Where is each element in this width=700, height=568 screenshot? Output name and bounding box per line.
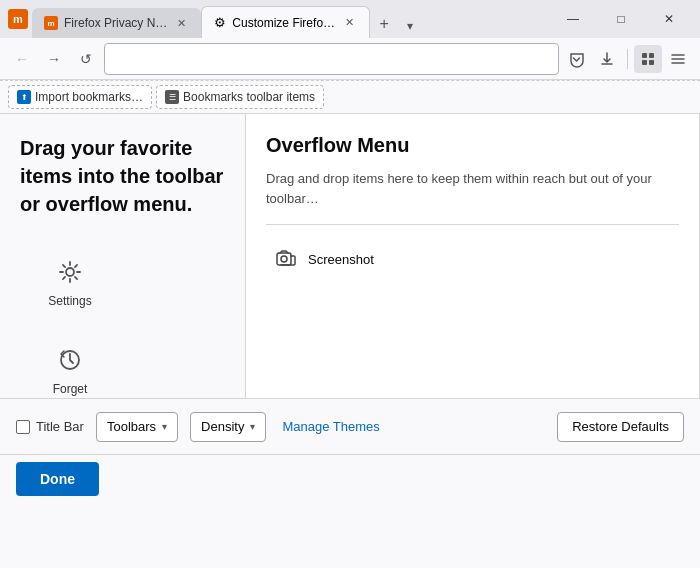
bookmark-import-icon: ⬆ [17, 90, 31, 104]
settings-toolbar-item[interactable]: Settings [30, 248, 110, 316]
bookmark-toolbar-icon: ☰ [165, 90, 179, 104]
bookmark-toolbar-label: Bookmarks toolbar items [183, 90, 315, 104]
toolbars-dropdown[interactable]: Toolbars ▾ [96, 412, 178, 442]
svg-rect-1 [649, 53, 654, 58]
bookmark-toolbar-items[interactable]: ☰ Bookmarks toolbar items [156, 85, 324, 109]
done-bar: Done [0, 454, 700, 502]
svg-point-10 [281, 256, 287, 262]
browser-tab-1[interactable]: m Firefox Privacy N… ✕ [32, 8, 201, 38]
back-button[interactable]: ← [8, 45, 36, 73]
overflow-menu-panel: Overflow Menu Drag and drop items here t… [245, 114, 700, 398]
done-button[interactable]: Done [16, 462, 99, 496]
tab-label-2: Customize Firefo… [232, 16, 335, 30]
title-bar: m m Firefox Privacy N… ✕ ⚙ Customize Fir… [0, 0, 700, 38]
bookmark-import-label: Import bookmarks… [35, 90, 143, 104]
address-bar[interactable] [104, 43, 559, 75]
svg-rect-0 [642, 53, 647, 58]
extensions-button[interactable] [634, 45, 662, 73]
tab-favicon-1: m [44, 16, 58, 30]
tab-favicon-2: ⚙ [214, 15, 226, 30]
density-dropdown[interactable]: Density ▾ [190, 412, 266, 442]
restore-defaults-button[interactable]: Restore Defaults [557, 412, 684, 442]
tab-label-1: Firefox Privacy N… [64, 16, 167, 30]
nav-right-controls [563, 45, 692, 73]
settings-label: Settings [48, 294, 91, 308]
menu-button[interactable] [664, 45, 692, 73]
overflow-menu-description: Drag and drop items here to keep them wi… [266, 169, 679, 208]
overflow-menu-title: Overflow Menu [266, 134, 679, 157]
browser-tab-2[interactable]: ⚙ Customize Firefo… ✕ [201, 6, 370, 38]
new-tab-button[interactable]: + [370, 10, 398, 38]
forget-icon [54, 344, 86, 376]
toolbars-dropdown-arrow: ▾ [162, 421, 167, 432]
minimize-button[interactable]: — [550, 3, 596, 35]
browser-icon: m [8, 9, 28, 29]
screenshot-icon [274, 247, 298, 271]
drag-instructions: Drag your favorite items into the toolba… [20, 134, 225, 218]
density-label: Density [201, 419, 244, 434]
reload-button[interactable]: ↺ [72, 45, 100, 73]
downloads-icon[interactable] [593, 45, 621, 73]
title-bar-checkbox[interactable] [16, 420, 30, 434]
left-panel: Drag your favorite items into the toolba… [0, 114, 245, 398]
bottom-options-bar: Title Bar Toolbars ▾ Density ▾ Manage Th… [0, 398, 700, 454]
tab-close-2[interactable]: ✕ [341, 15, 357, 31]
pocket-icon[interactable] [563, 45, 591, 73]
screenshot-label: Screenshot [308, 252, 374, 267]
overflow-divider [266, 224, 679, 225]
svg-point-7 [66, 268, 74, 276]
tab-close-1[interactable]: ✕ [173, 15, 189, 31]
bookmark-import[interactable]: ⬆ Import bookmarks… [8, 85, 152, 109]
maximize-button[interactable]: □ [598, 3, 644, 35]
forget-toolbar-item[interactable]: Forget [30, 336, 110, 404]
svg-rect-9 [277, 253, 291, 265]
bookmarks-bar: ⬆ Import bookmarks… ☰ Bookmarks toolbar … [0, 80, 700, 114]
window-controls: — □ ✕ [550, 3, 692, 35]
tab-list-dropdown[interactable]: ▾ [398, 14, 422, 38]
svg-rect-3 [649, 60, 654, 65]
forget-label: Forget [53, 382, 88, 396]
nav-separator [627, 49, 628, 69]
density-dropdown-arrow: ▾ [250, 421, 255, 432]
manage-themes-button[interactable]: Manage Themes [278, 419, 383, 434]
overflow-screenshot-item[interactable]: Screenshot [266, 241, 679, 277]
forward-button[interactable]: → [40, 45, 68, 73]
page-content: Drag your favorite items into the toolba… [0, 114, 700, 398]
navigation-bar: ← → ↺ [0, 38, 700, 80]
title-bar-checkbox-group: Title Bar [16, 419, 84, 434]
title-bar-label: Title Bar [36, 419, 84, 434]
svg-rect-2 [642, 60, 647, 65]
settings-icon [54, 256, 86, 288]
toolbars-label: Toolbars [107, 419, 156, 434]
close-button[interactable]: ✕ [646, 3, 692, 35]
